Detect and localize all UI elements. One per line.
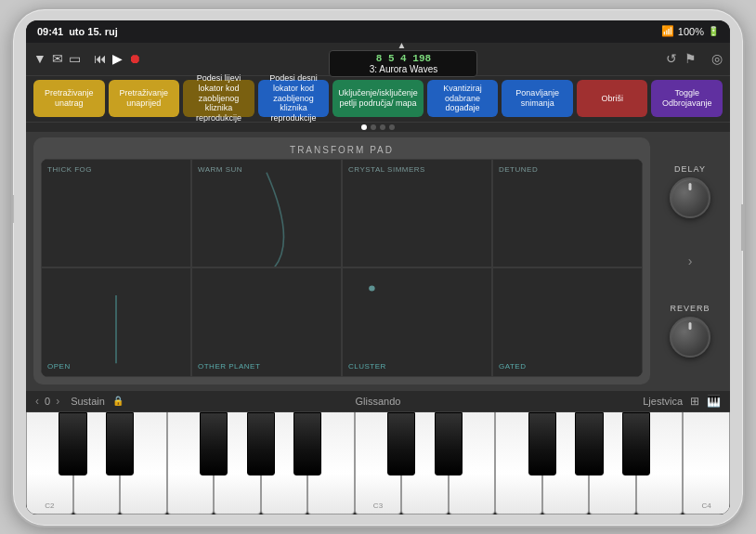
pad-cell-warm-sun[interactable]: WARM SUN xyxy=(191,159,342,268)
dots-row xyxy=(26,123,730,132)
battery-icon: 🔋 xyxy=(708,26,719,36)
wifi-icon: 📶 xyxy=(661,25,674,37)
toolbar-btn-6[interactable]: Ponavljanje snimanja xyxy=(502,80,573,117)
main-content: TRANSFORM PAD THICK xyxy=(26,132,730,412)
sustain-label: Sustain xyxy=(71,396,105,407)
pad-cell-other-planet[interactable]: OTHER PLANET xyxy=(191,267,342,377)
transform-pad-container: TRANSFORM PAD THICK xyxy=(33,137,650,384)
knob-section: DELAY › REVERB xyxy=(658,137,723,384)
pad-label-crystal-simmers: CRYSTAL SIMMERS xyxy=(348,165,425,174)
black-key-oct0-5[interactable] xyxy=(293,412,321,475)
reverb-label: REVERB xyxy=(670,304,710,313)
lock-icon[interactable]: 🔒 xyxy=(112,396,124,406)
transport-track-name: 3: Aurora Waves xyxy=(345,64,462,74)
toolbar-row: Pretraživanje unatrag Pretraživanje unap… xyxy=(26,76,730,123)
transform-section: TRANSFORM PAD THICK xyxy=(26,132,730,390)
pad-cell-crystal-simmers[interactable]: CRYSTAL SIMMERS xyxy=(342,159,492,268)
key-label-c3: C3 xyxy=(373,501,383,510)
toolbar-btn-5[interactable]: Kvantiziraj odabrane događaje xyxy=(427,80,499,117)
grid-icon[interactable]: ⊞ xyxy=(690,395,699,408)
battery-label: 100% xyxy=(678,26,704,37)
pad-label-cluster: CLUSTER xyxy=(348,362,386,371)
pad-label-warm-sun: WARM SUN xyxy=(198,165,242,174)
ljestvica-label: Ljestvica xyxy=(643,396,683,407)
loop-icon[interactable]: ↺ xyxy=(666,51,677,66)
black-key-oct1-0[interactable] xyxy=(387,412,415,475)
transport-bar: ▼ ✉ ▭ ⏮ ▶ ⏺ ▲ 8 5 4 198 3: Aurora Waves … xyxy=(26,43,730,76)
transport-center: ▲ 8 5 4 198 3: Aurora Waves xyxy=(141,40,666,77)
pad-label-detuned: DETUNED xyxy=(499,165,538,174)
metronome-icon[interactable]: ⚑ xyxy=(684,51,697,66)
bottom-ctrl-left: ‹ 0 › Sustain 🔒 xyxy=(35,395,124,408)
keyboard-icon[interactable]: 🎹 xyxy=(707,395,721,408)
ctrl-value: 0 xyxy=(45,396,50,407)
status-date: uto 15. ruj xyxy=(69,26,118,37)
pad-label-gated: GATED xyxy=(499,362,526,371)
black-key-oct0-3[interactable] xyxy=(200,412,228,475)
dot-2[interactable] xyxy=(380,124,385,130)
rewind-icon[interactable]: ⏮ xyxy=(94,51,107,66)
status-time: 09:41 xyxy=(37,26,63,37)
delay-knob[interactable] xyxy=(670,177,710,218)
transform-pad-title: TRANSFORM PAD xyxy=(41,145,643,155)
pad-label-open: OPEN xyxy=(47,362,71,371)
pad-cell-detuned[interactable]: DETUNED xyxy=(492,159,643,268)
ipad-frame: 09:41 uto 15. ruj 📶 100% 🔋 ▼ ✉ ▭ ⏮ ▶ ⏺ ▲ xyxy=(11,7,745,527)
forward-arrow-button[interactable]: › xyxy=(56,395,59,408)
delay-knob-group: DELAY xyxy=(670,164,710,218)
transport-display: 8 5 4 198 3: Aurora Waves xyxy=(329,50,477,77)
transform-pad[interactable]: THICK FOG WARM SUN CRYSTAL SIMMERS DETUN… xyxy=(41,159,643,377)
transport-left: ▼ ✉ ▭ ⏮ ▶ ⏺ xyxy=(33,51,141,66)
status-bar: 09:41 uto 15. ruj 📶 100% 🔋 xyxy=(26,20,730,43)
delay-label: DELAY xyxy=(674,164,706,174)
side-button-right[interactable] xyxy=(741,204,745,251)
reverb-knob[interactable] xyxy=(670,317,710,358)
toolbar-btn-8[interactable]: Toggle Odbrojavanje xyxy=(651,80,723,117)
record-button[interactable]: ⏺ xyxy=(128,51,141,66)
toolbar-btn-3[interactable]: Podesi desni lokator kod zaobljenog kliz… xyxy=(258,80,330,117)
display-icon[interactable]: ▭ xyxy=(69,51,81,66)
black-key-oct1-1[interactable] xyxy=(435,412,463,475)
bottom-ctrl-right: Ljestvica ⊞ 🎹 xyxy=(643,395,721,408)
transport-expand-arrow[interactable]: ▲ xyxy=(397,40,406,50)
reverb-knob-group: REVERB xyxy=(670,304,710,358)
status-right: 📶 100% 🔋 xyxy=(661,25,719,37)
bottom-controls: ‹ 0 › Sustain 🔒 Glissando Ljestvica ⊞ 🎹 xyxy=(26,390,730,412)
dot-0[interactable] xyxy=(361,124,367,130)
toolbar-btn-7[interactable]: Obriši xyxy=(577,80,648,117)
piano-container: C2C3C4 xyxy=(26,412,730,514)
midi-icon[interactable]: ✉ xyxy=(52,51,63,66)
white-key-14[interactable]: C4 xyxy=(683,412,730,514)
transport-numbers: 8 5 4 198 xyxy=(345,53,462,64)
black-key-oct0-1[interactable] xyxy=(106,412,134,475)
toolbar-btn-1[interactable]: Pretraživanje unaprijed xyxy=(109,80,180,117)
settings-icon[interactable]: ▼ xyxy=(33,51,46,66)
toolbar-btn-0[interactable]: Pretraživanje unatrag xyxy=(33,80,105,117)
black-key-oct0-0[interactable] xyxy=(59,412,86,475)
side-button-left[interactable] xyxy=(11,195,14,223)
key-label-c4: C4 xyxy=(702,501,711,510)
black-key-oct0-4[interactable] xyxy=(247,412,275,475)
settings2-icon[interactable]: ◎ xyxy=(711,51,723,66)
dot-1[interactable] xyxy=(371,124,376,130)
dot-3[interactable] xyxy=(389,124,395,130)
pad-label-thick-fog: THICK FOG xyxy=(47,165,92,174)
black-key-oct1-4[interactable] xyxy=(575,412,603,475)
piano-keys: C2C3C4 xyxy=(26,412,730,514)
key-label-c2: C2 xyxy=(45,501,54,510)
pad-cell-gated[interactable]: GATED xyxy=(492,267,643,377)
expand-arrow-icon[interactable]: › xyxy=(688,254,693,268)
glissando-label: Glissando xyxy=(356,396,401,407)
play-button[interactable]: ▶ xyxy=(112,51,123,66)
back-arrow-button[interactable]: ‹ xyxy=(35,395,39,408)
black-key-oct1-3[interactable] xyxy=(528,412,556,475)
black-key-oct1-5[interactable] xyxy=(622,412,650,475)
toolbar-btn-2[interactable]: Podesi lijevi lokator kod zaobljenog kli… xyxy=(183,80,254,117)
toolbar-btn-4[interactable]: Uključenje/isključenje petlji područja/ … xyxy=(332,80,424,117)
pad-cell-open[interactable]: OPEN xyxy=(41,267,191,377)
screen: 09:41 uto 15. ruj 📶 100% 🔋 ▼ ✉ ▭ ⏮ ▶ ⏺ ▲ xyxy=(26,20,730,514)
pad-label-other-planet: OTHER PLANET xyxy=(198,362,260,371)
transport-right: ↺ ⚑ ◎ xyxy=(666,51,723,66)
pad-cell-cluster[interactable]: CLUSTER xyxy=(342,267,492,377)
pad-cell-thick-fog[interactable]: THICK FOG xyxy=(41,159,191,268)
